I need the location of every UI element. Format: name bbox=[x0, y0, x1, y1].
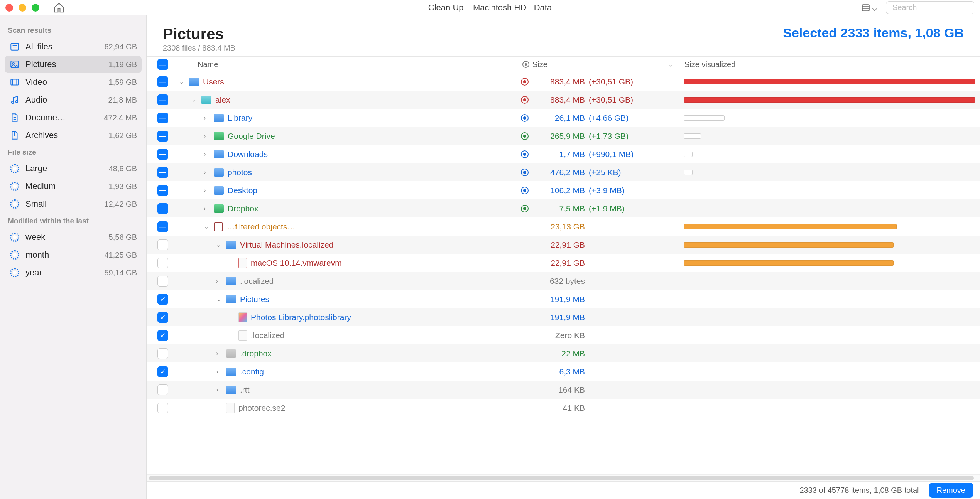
column-name[interactable]: Name bbox=[179, 60, 517, 69]
row-checkbox[interactable]: ✓ bbox=[157, 330, 168, 341]
table-row[interactable]: —⌄…filtered objects…23,13 GB bbox=[147, 217, 980, 236]
sidebar-item-week[interactable]: week5,56 GB bbox=[5, 228, 142, 246]
row-checkbox[interactable] bbox=[157, 348, 168, 359]
table-row[interactable]: ›.localized632 bytes bbox=[147, 272, 980, 290]
table-row[interactable]: ✓.localizedZero KB bbox=[147, 326, 980, 344]
target-icon bbox=[521, 132, 529, 140]
row-checkbox[interactable]: ✓ bbox=[157, 312, 168, 323]
window-controls bbox=[5, 4, 39, 12]
table-row[interactable]: —›Google Drive265,9 MB(+1,73 GB) bbox=[147, 127, 980, 145]
sidebar-item-audio[interactable]: Audio21,8 MB bbox=[5, 91, 142, 109]
disclosure-toggle[interactable]: › bbox=[204, 187, 211, 194]
table-row[interactable]: macOS 10.14.vmwarevm22,91 GB bbox=[147, 254, 980, 272]
sidebar-item-year[interactable]: year59,14 GB bbox=[5, 264, 142, 282]
row-checkbox[interactable]: ✓ bbox=[157, 366, 168, 377]
sidebar-item-medium[interactable]: Medium1,93 GB bbox=[5, 177, 142, 195]
close-icon[interactable] bbox=[5, 4, 13, 12]
row-checkbox[interactable]: — bbox=[157, 131, 168, 142]
row-size-delta: (+3,9 MB) bbox=[589, 186, 625, 195]
minimize-icon[interactable] bbox=[19, 4, 26, 12]
table-row[interactable]: ›.rtt164 KB bbox=[147, 381, 980, 399]
disclosure-toggle[interactable]: ⌄ bbox=[216, 295, 223, 303]
disclosure-toggle[interactable]: › bbox=[204, 115, 211, 121]
sidebar-item-label: Docume… bbox=[25, 113, 104, 123]
table-row[interactable]: ✓›.config6,3 MB bbox=[147, 362, 980, 381]
horizontal-scrollbar[interactable] bbox=[147, 474, 980, 481]
row-size-delta: (+990,1 MB) bbox=[589, 150, 634, 159]
row-size-delta: (+1,73 GB) bbox=[589, 131, 629, 141]
table-row[interactable]: —›Dropbox7,5 MB(+1,9 MB) bbox=[147, 199, 980, 217]
disclosure-toggle[interactable]: ⌄ bbox=[179, 78, 186, 85]
sidebar-item-value: 59,14 GB bbox=[104, 268, 137, 277]
search-input[interactable] bbox=[892, 3, 980, 12]
disclosure-toggle[interactable]: › bbox=[204, 205, 211, 212]
disclosure-toggle[interactable]: › bbox=[216, 350, 223, 357]
table-row[interactable]: —›Desktop106,2 MB(+3,9 MB) bbox=[147, 181, 980, 199]
disclosure-toggle[interactable]: › bbox=[216, 368, 223, 375]
row-checkbox[interactable]: — bbox=[157, 76, 168, 87]
disclosure-toggle[interactable]: › bbox=[216, 278, 223, 285]
select-all-checkbox[interactable]: — bbox=[157, 59, 168, 70]
svg-rect-8 bbox=[11, 61, 19, 67]
row-checkbox[interactable] bbox=[157, 258, 168, 268]
disclosure-toggle[interactable]: › bbox=[204, 151, 211, 158]
remove-button[interactable]: Remove bbox=[929, 483, 973, 498]
column-size[interactable]: Size ⌄ bbox=[517, 60, 679, 69]
row-checkbox[interactable]: — bbox=[157, 185, 168, 196]
row-checkbox[interactable]: — bbox=[157, 203, 168, 214]
table-row[interactable]: —›Downloads1,7 MB(+990,1 MB) bbox=[147, 145, 980, 163]
svg-point-13 bbox=[12, 101, 14, 103]
disclosure-toggle[interactable]: › bbox=[204, 169, 211, 176]
row-checkbox[interactable]: — bbox=[157, 221, 168, 232]
zoom-icon[interactable] bbox=[32, 4, 39, 12]
row-checkbox[interactable]: ✓ bbox=[157, 294, 168, 305]
sidebar-item-docume-[interactable]: Docume…472,4 MB bbox=[5, 109, 142, 126]
table-row[interactable]: ✓Photos Library.photoslibrary191,9 MB bbox=[147, 308, 980, 326]
disclosure-toggle[interactable]: › bbox=[216, 386, 223, 393]
row-checkbox[interactable] bbox=[157, 403, 168, 413]
target-icon bbox=[521, 187, 529, 194]
page-subtitle: 2308 files / 883,4 MB bbox=[163, 44, 235, 52]
disclosure-toggle[interactable]: ⌄ bbox=[216, 241, 223, 248]
table-row[interactable]: ⌄Virtual Machines.localized22,91 GB bbox=[147, 236, 980, 254]
row-checkbox[interactable]: — bbox=[157, 149, 168, 160]
row-checkbox[interactable]: — bbox=[157, 167, 168, 178]
sidebar-item-label: Audio bbox=[25, 95, 108, 105]
table-row[interactable]: —⌄Users883,4 MB(+30,51 GB) bbox=[147, 72, 980, 91]
document-icon bbox=[9, 112, 20, 123]
row-checkbox[interactable]: — bbox=[157, 94, 168, 105]
row-checkbox[interactable]: — bbox=[157, 113, 168, 123]
row-name: .dropbox bbox=[240, 349, 272, 358]
column-size-visualized[interactable]: Size visualized bbox=[679, 60, 980, 69]
table-row[interactable]: ✓⌄Pictures191,9 MB bbox=[147, 290, 980, 308]
row-checkbox[interactable] bbox=[157, 384, 168, 395]
sidebar-item-all-files[interactable]: All files62,94 GB bbox=[5, 38, 142, 56]
sidebar-item-large[interactable]: Large48,6 GB bbox=[5, 160, 142, 177]
row-checkbox[interactable] bbox=[157, 239, 168, 250]
home-button[interactable] bbox=[53, 2, 65, 13]
row-size: 164 KB bbox=[535, 385, 585, 394]
sidebar-item-video[interactable]: Video1,59 GB bbox=[5, 73, 142, 91]
view-mode-dropdown[interactable]: ⌵ bbox=[861, 2, 877, 13]
table-row[interactable]: —⌄alex883,4 MB(+30,51 GB) bbox=[147, 91, 980, 109]
disclosure-toggle[interactable]: ⌄ bbox=[191, 96, 198, 103]
sidebar-item-label: Medium bbox=[25, 181, 109, 191]
table-row[interactable]: —›Library26,1 MB(+4,66 GB) bbox=[147, 109, 980, 127]
row-size-delta: (+4,66 GB) bbox=[589, 113, 629, 123]
filter-icon bbox=[214, 222, 223, 231]
sidebar-item-archives[interactable]: Archives1,62 GB bbox=[5, 126, 142, 144]
target-icon bbox=[521, 169, 529, 176]
sidebar-item-small[interactable]: Small12,42 GB bbox=[5, 195, 142, 213]
table-row[interactable]: ›.dropbox22 MB bbox=[147, 344, 980, 362]
sidebar-item-month[interactable]: month41,25 GB bbox=[5, 246, 142, 264]
table-row[interactable]: photorec.se241 KB bbox=[147, 399, 980, 417]
search-field[interactable] bbox=[886, 1, 975, 14]
sidebar-item-pictures[interactable]: Pictures1,19 GB bbox=[5, 56, 142, 73]
row-name: Users bbox=[203, 77, 224, 86]
disclosure-toggle[interactable]: › bbox=[204, 133, 211, 140]
disclosure-toggle[interactable]: ⌄ bbox=[204, 223, 211, 230]
row-checkbox[interactable] bbox=[157, 276, 168, 287]
table-row[interactable]: —›photos476,2 MB(+25 KB) bbox=[147, 163, 980, 181]
row-size: 22 MB bbox=[535, 349, 585, 358]
row-name: Library bbox=[228, 113, 252, 123]
